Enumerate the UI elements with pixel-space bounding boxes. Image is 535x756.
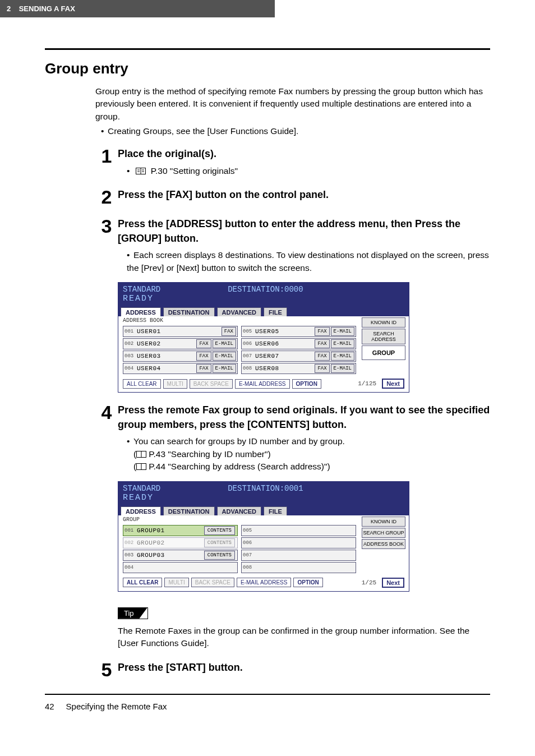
address-row[interactable]: 004USER04FAXE-MAIL — [123, 363, 238, 374]
page-indicator: 1/125 — [358, 380, 376, 387]
step-number: 3 — [95, 216, 118, 274]
fax-button[interactable]: FAX — [196, 352, 211, 361]
group-row[interactable]: 007 — [241, 550, 356, 561]
fax-button[interactable]: FAX — [315, 352, 329, 361]
step-1: 1 Place the original(s). • P.30 "Setting… — [95, 146, 490, 177]
address-row[interactable]: 001USER01FAX — [123, 326, 238, 337]
group-row[interactable]: 003GROUP03CONTENTS — [123, 550, 238, 561]
fax-button[interactable]: FAX — [196, 339, 211, 348]
mode-label: STANDARD — [123, 285, 160, 294]
step-4-bullet-text: You can search for groups by ID number a… — [133, 436, 345, 446]
multi-button[interactable]: MULTI — [163, 379, 187, 389]
contents-button[interactable]: CONTENTS — [204, 526, 235, 535]
fax-button[interactable]: FAX — [222, 327, 236, 336]
email-button[interactable]: E-MAIL — [331, 364, 354, 373]
chapter-number: 2 — [7, 4, 11, 13]
known-id-button[interactable]: KNOWN ID — [362, 517, 405, 527]
next-button[interactable]: Next — [382, 578, 404, 588]
address-book-screen: STANDARD DESTINATION:0000 READY ADDRESS … — [118, 282, 409, 393]
page-title: Group entry — [45, 60, 490, 77]
divider-top — [45, 48, 490, 50]
tab-file[interactable]: FILE — [264, 506, 287, 516]
footer-section: Specifying the Remote Fax — [66, 702, 167, 711]
option-button[interactable]: OPTION — [292, 379, 321, 389]
email-button[interactable]: E-MAIL — [213, 352, 236, 361]
all-clear-button[interactable]: ALL CLEAR — [123, 379, 161, 389]
step-title: Press the remote Fax group to send origi… — [118, 404, 490, 430]
option-button[interactable]: OPTION — [293, 578, 322, 587]
known-id-button[interactable]: KNOWN ID — [362, 317, 405, 328]
step-4-ref2: (P.44 "Searching by address (Search addr… — [133, 460, 490, 473]
backspace-button[interactable]: BACK SPACE — [190, 379, 233, 389]
group-row[interactable]: 005 — [241, 525, 356, 536]
address-row[interactable]: 007USER07FAXE-MAIL — [241, 351, 356, 362]
step-title: Place the original(s). — [118, 148, 216, 159]
address-row[interactable]: 003USER03FAXE-MAIL — [123, 351, 238, 362]
page-footer: 42 Specifying the Remote Fax — [0, 702, 535, 711]
address-row[interactable]: 006USER06FAXE-MAIL — [241, 338, 356, 349]
step-1-ref-text: P.30 "Setting originals" — [151, 166, 238, 176]
step-number: 5 — [95, 660, 118, 679]
fax-button[interactable]: FAX — [315, 339, 329, 348]
fax-button[interactable]: FAX — [315, 364, 329, 373]
contents-button[interactable]: CONTENTS — [204, 551, 235, 560]
tab-destination[interactable]: DESTINATION — [163, 307, 215, 317]
address-book-button[interactable]: ADDRESS BOOK — [362, 539, 405, 549]
fax-button[interactable]: FAX — [315, 327, 329, 336]
step-title: Press the [START] button. — [118, 662, 243, 673]
chapter-header: 2 SENDING A FAX — [0, 0, 275, 17]
group-button[interactable]: GROUP — [362, 345, 405, 360]
step-number: 4 — [95, 403, 118, 473]
search-group-button[interactable]: SEARCH GROUP — [362, 528, 405, 538]
group-row[interactable]: 006 — [241, 537, 356, 548]
book-icon — [136, 451, 146, 458]
group-row[interactable]: 001GROUP01CONTENTS — [123, 525, 238, 536]
tip-label: Tip — [118, 607, 148, 619]
step-4-ref1: (P.43 "Searching by ID number") — [133, 448, 490, 460]
email-button[interactable]: E-MAIL — [213, 339, 236, 348]
intro-bullet: •Creating Groups, see the [User Function… — [101, 126, 490, 136]
chapter-title: SENDING A FAX — [19, 4, 75, 13]
address-row[interactable]: 002USER02FAXE-MAIL — [123, 338, 238, 349]
destination-label: DESTINATION:0001 — [228, 484, 303, 493]
step-3-bullet-text: Each screen displays 8 destinations. To … — [127, 250, 489, 272]
email-button[interactable]: E-MAIL — [331, 327, 354, 336]
group-screen: STANDARD DESTINATION:0001 READY ADDRESS … — [118, 481, 409, 592]
email-button[interactable]: E-MAIL — [331, 352, 354, 361]
step-1-ref: • P.30 "Setting originals" — [127, 165, 490, 177]
address-row[interactable]: 008USER08FAXE-MAIL — [241, 363, 356, 374]
step-4-bullet: •You can search for groups by ID number … — [127, 435, 490, 448]
search-address-button[interactable]: SEARCH ADDRESS — [362, 329, 405, 344]
step-4: 4 Press the remote Fax group to send ori… — [95, 403, 490, 473]
tip-text: The Remote Faxes in the group can be con… — [118, 625, 490, 650]
step-number: 1 — [95, 146, 118, 177]
step-title: Press the [FAX] button on the control pa… — [118, 189, 329, 200]
email-button[interactable]: E-MAIL — [331, 339, 354, 348]
backspace-button[interactable]: BACK SPACE — [191, 578, 234, 587]
email-address-button[interactable]: E-MAIL ADDRESS — [237, 578, 292, 587]
email-button[interactable]: E-MAIL — [213, 364, 236, 373]
tab-file[interactable]: FILE — [264, 307, 287, 317]
tab-address[interactable]: ADDRESS — [121, 506, 161, 516]
tab-advanced[interactable]: ADVANCED — [217, 506, 262, 516]
tab-address[interactable]: ADDRESS — [121, 307, 161, 317]
mode-label: STANDARD — [123, 484, 160, 493]
tab-advanced[interactable]: ADVANCED — [217, 307, 262, 317]
tab-bar: ADDRESS DESTINATION ADVANCED FILE — [118, 306, 409, 316]
tab-destination[interactable]: DESTINATION — [163, 506, 215, 516]
group-row[interactable]: 004 — [123, 562, 238, 573]
intro-text: Group entry is the method of specifying … — [95, 85, 490, 123]
ready-label: READY — [123, 294, 404, 303]
page-indicator: 1/25 — [362, 579, 376, 586]
contents-button[interactable]: CONTENTS — [204, 538, 235, 547]
next-button[interactable]: Next — [382, 379, 404, 389]
destination-label: DESTINATION:0000 — [228, 285, 303, 294]
fax-button[interactable]: FAX — [196, 364, 211, 373]
all-clear-button[interactable]: ALL CLEAR — [123, 578, 162, 587]
address-row[interactable]: 005USER05FAXE-MAIL — [241, 326, 356, 337]
email-address-button[interactable]: E-MAIL ADDRESS — [235, 379, 290, 389]
divider-bottom — [45, 694, 490, 695]
group-row[interactable]: 002GROUP02CONTENTS — [123, 537, 238, 548]
multi-button[interactable]: MULTI — [164, 578, 188, 587]
group-row[interactable]: 008 — [241, 562, 356, 573]
